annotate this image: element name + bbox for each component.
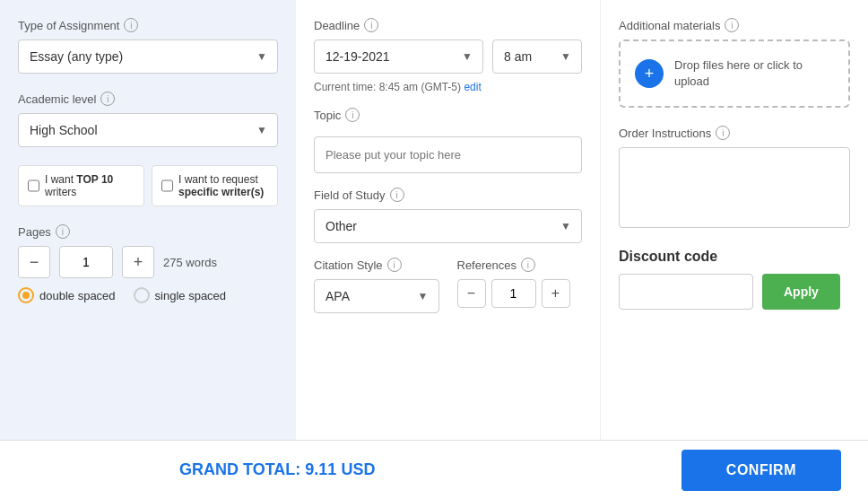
deadline-date-select[interactable]: 12-19-2021: [314, 39, 483, 74]
academic-level-select-wrapper: High School College University Master's …: [18, 113, 278, 147]
double-spaced-radio[interactable]: [18, 287, 34, 303]
order-instructions-label: Order Instructions i: [619, 126, 850, 140]
specific-writer-checkbox[interactable]: [161, 179, 173, 192]
edit-time-link[interactable]: edit: [464, 81, 481, 93]
deadline-time-select[interactable]: 8 am 9 am 10 am: [492, 39, 582, 74]
confirm-button[interactable]: CONFIRM: [681, 450, 841, 491]
upload-plus-icon: +: [635, 59, 664, 88]
pages-section: Pages i − + 275 words double spaced sing…: [18, 224, 278, 303]
upload-area[interactable]: + Drop files here or click to upload: [619, 39, 850, 108]
pages-info-icon[interactable]: i: [56, 224, 70, 239]
single-spaced-radio[interactable]: [134, 287, 150, 303]
deadline-label: Deadline i: [314, 18, 582, 32]
top10-writers-checkbox[interactable]: [28, 179, 39, 192]
topic-label: Topic i: [314, 108, 582, 122]
type-of-assignment-info-icon[interactable]: i: [124, 18, 138, 32]
footer: GRAND TOTAL: 9.11 USD CONFIRM: [0, 440, 868, 499]
right-panel: Additional materials i + Drop files here…: [601, 0, 868, 440]
double-spaced-label: double spaced: [39, 289, 116, 302]
pages-increase-button[interactable]: +: [122, 246, 154, 278]
pages-control: − + 275 words: [18, 246, 278, 278]
topic-input[interactable]: [314, 136, 582, 173]
left-panel: Type of Assignment i Essay (any type) Re…: [0, 0, 296, 440]
additional-materials-info-icon[interactable]: i: [725, 18, 739, 32]
topic-info-icon[interactable]: i: [345, 108, 360, 122]
deadline-row: 12-19-2021 ▼ 8 am 9 am 10 am ▼: [314, 39, 582, 74]
apply-button[interactable]: Apply: [762, 274, 840, 310]
discount-row: Apply: [619, 274, 850, 310]
academic-level-info-icon[interactable]: i: [100, 92, 115, 106]
single-spaced-label: single spaced: [155, 289, 227, 302]
citation-style-select-wrapper: APA MLA Chicago Harvard ▼: [314, 279, 439, 313]
words-label: 275 words: [163, 256, 217, 269]
references-increase-button[interactable]: +: [542, 279, 570, 308]
references-decrease-button[interactable]: −: [457, 279, 486, 308]
references-info-icon[interactable]: i: [521, 258, 535, 272]
top10-writers-checkbox-item[interactable]: I want TOP 10 writers: [18, 165, 144, 206]
citation-style-info-icon[interactable]: i: [387, 258, 402, 272]
pages-decrease-button[interactable]: −: [18, 246, 50, 278]
order-instructions-info-icon[interactable]: i: [716, 126, 730, 140]
double-spaced-option[interactable]: double spaced: [18, 287, 116, 303]
citation-col: Citation Style i APA MLA Chicago Harvard…: [314, 258, 439, 313]
references-control: − +: [457, 279, 583, 308]
type-of-assignment-select[interactable]: Essay (any type) Research Paper Coursewo…: [18, 39, 278, 74]
references-input[interactable]: [491, 279, 536, 308]
type-of-assignment-label: Type of Assignment i: [18, 18, 278, 32]
references-label: References i: [457, 258, 583, 272]
grand-total-value: 9.11 USD: [305, 460, 375, 478]
top10-writers-label: I want TOP 10 writers: [45, 173, 135, 198]
citation-refs-row: Citation Style i APA MLA Chicago Harvard…: [314, 258, 582, 313]
spacing-row: double spaced single spaced: [18, 287, 278, 303]
field-of-study-select-wrapper: Other Business Sciences Engineering Huma…: [314, 209, 582, 243]
specific-writer-checkbox-item[interactable]: I want to request specific writer(s): [152, 165, 278, 206]
type-of-assignment-select-wrapper: Essay (any type) Research Paper Coursewo…: [18, 39, 278, 74]
deadline-date-select-wrapper: 12-19-2021 ▼: [314, 39, 483, 74]
academic-level-select[interactable]: High School College University Master's …: [18, 113, 278, 147]
discount-code-input[interactable]: [619, 274, 753, 310]
current-time-text: Current time: 8:45 am (GMT-5) edit: [314, 81, 582, 93]
middle-panel: Deadline i 12-19-2021 ▼ 8 am 9 am 10 am …: [296, 0, 601, 440]
field-of-study-label: Field of Study i: [314, 188, 582, 202]
academic-level-label: Academic level i: [18, 92, 278, 106]
writer-options-row: I want TOP 10 writers I want to request …: [18, 165, 278, 206]
discount-code-label: Discount code: [619, 249, 850, 265]
deadline-time-select-wrapper: 8 am 9 am 10 am ▼: [492, 39, 582, 74]
field-of-study-select[interactable]: Other Business Sciences Engineering Huma…: [314, 209, 582, 243]
pages-label: Pages i: [18, 224, 278, 239]
single-spaced-option[interactable]: single spaced: [134, 287, 227, 303]
specific-writer-label: I want to request specific writer(s): [178, 173, 268, 198]
deadline-info-icon[interactable]: i: [364, 18, 378, 32]
citation-style-label: Citation Style i: [314, 258, 439, 272]
order-instructions-textarea[interactable]: [619, 147, 850, 228]
citation-style-select[interactable]: APA MLA Chicago Harvard: [314, 279, 439, 313]
grand-total: GRAND TOTAL: 9.11 USD: [179, 460, 375, 479]
pages-input[interactable]: [59, 246, 113, 278]
refs-col: References i − +: [457, 258, 583, 308]
additional-materials-label: Additional materials i: [619, 18, 850, 32]
upload-text: Drop files here or click to upload: [674, 57, 834, 90]
field-of-study-info-icon[interactable]: i: [390, 188, 404, 202]
